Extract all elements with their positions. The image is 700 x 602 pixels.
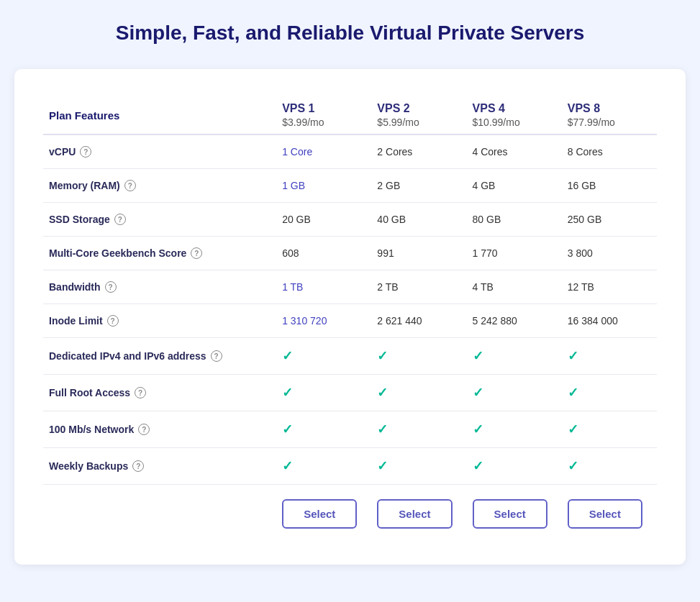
feature-cell: 1 GB <box>276 169 371 203</box>
table-row: 100 Mb/s Network?✓✓✓✓ <box>43 411 657 448</box>
info-icon[interactable]: ? <box>138 424 150 435</box>
feature-cell: ✓ <box>371 338 466 375</box>
check-icon: ✓ <box>377 386 388 400</box>
cell-value: 40 GB <box>377 214 406 225</box>
cell-value: 4 Cores <box>473 146 508 158</box>
page-title: Simple, Fast, and Reliable Virtual Priva… <box>116 14 585 52</box>
table-row: vCPU?1 Core2 Cores4 Cores8 Cores <box>43 134 657 169</box>
check-icon: ✓ <box>473 349 483 363</box>
feature-cell: ✓ <box>562 448 657 485</box>
empty-cell <box>43 485 276 539</box>
check-icon: ✓ <box>282 422 293 437</box>
info-icon[interactable]: ? <box>135 387 146 398</box>
comparison-card: Plan Features VPS 1 $3.99/mo VPS 2 $5.99… <box>14 69 686 565</box>
feature-cell: 80 GB <box>467 203 562 237</box>
feature-cell: ✓ <box>371 448 466 485</box>
table-row: Dedicated IPv4 and IPv6 address?✓✓✓✓ <box>43 338 657 375</box>
feature-cell: 20 GB <box>276 203 371 237</box>
select-button-vps1[interactable]: Select <box>282 499 357 529</box>
plan-price-vps4: $10.99/mo <box>473 117 556 128</box>
feature-cell: ✓ <box>467 338 562 375</box>
cell-value: 991 <box>377 247 394 259</box>
check-icon: ✓ <box>377 459 388 473</box>
cell-value: 1 TB <box>282 281 303 293</box>
feature-cell: 1 Core <box>276 134 371 169</box>
info-icon[interactable]: ? <box>191 247 202 259</box>
plan-name-vps2: VPS 2 <box>377 102 460 115</box>
plan-price-vps8: $77.99/mo <box>568 117 651 128</box>
plan-name-vps4: VPS 4 <box>473 102 556 115</box>
feature-cell: ✓ <box>276 448 371 485</box>
feature-cell: ✓ <box>467 375 562 411</box>
feature-cell: 12 TB <box>562 270 657 304</box>
cell-value: 3 800 <box>568 247 593 259</box>
table-row: Multi-Core Geekbench Score?6089911 7703 … <box>43 237 657 270</box>
info-icon[interactable]: ? <box>211 350 222 362</box>
feature-cell: 5 242 880 <box>467 304 562 338</box>
feature-cell: 2 GB <box>371 169 466 203</box>
feature-cell: 16 384 000 <box>562 304 657 338</box>
select-cell-vps2: Select <box>371 485 466 539</box>
select-cell-vps4: Select <box>467 485 562 539</box>
check-icon: ✓ <box>282 386 293 400</box>
feature-cell: 4 Cores <box>467 134 562 169</box>
cell-value: 2 621 440 <box>377 315 422 327</box>
cell-value: 5 242 880 <box>473 315 517 327</box>
feature-label: SSD Storage? <box>49 214 271 225</box>
info-icon[interactable]: ? <box>124 180 136 191</box>
feature-cell: 2 621 440 <box>371 304 466 338</box>
info-icon[interactable]: ? <box>107 315 119 327</box>
feature-cell: ✓ <box>562 411 657 448</box>
feature-cell: ✓ <box>467 411 562 448</box>
check-icon: ✓ <box>473 459 483 473</box>
feature-cell: 16 GB <box>562 169 657 203</box>
info-icon[interactable]: ? <box>114 214 126 225</box>
feature-cell: 2 TB <box>371 270 466 304</box>
plan-header-vps1: VPS 1 $3.99/mo <box>276 92 371 134</box>
info-icon[interactable]: ? <box>105 281 117 293</box>
feature-cell: 608 <box>276 237 371 270</box>
info-icon[interactable]: ? <box>80 146 91 158</box>
feature-label: 100 Mb/s Network? <box>49 424 271 435</box>
check-icon: ✓ <box>377 422 388 437</box>
plan-header-vps4: VPS 4 $10.99/mo <box>467 92 562 134</box>
check-icon: ✓ <box>568 386 578 400</box>
table-row: SSD Storage?20 GB40 GB80 GB250 GB <box>43 203 657 237</box>
feature-cell: 250 GB <box>562 203 657 237</box>
feature-cell: 2 Cores <box>371 134 466 169</box>
feature-label: Bandwidth? <box>49 281 271 293</box>
info-icon[interactable]: ? <box>132 460 144 472</box>
check-icon: ✓ <box>568 422 578 437</box>
feature-cell: 1 TB <box>276 270 371 304</box>
feature-cell: ✓ <box>562 375 657 411</box>
check-icon: ✓ <box>568 349 578 363</box>
feature-cell: ✓ <box>371 411 466 448</box>
feature-label: Full Root Access? <box>49 387 271 398</box>
cell-value: 80 GB <box>473 214 501 225</box>
feature-cell: ✓ <box>371 375 466 411</box>
plan-header-vps2: VPS 2 $5.99/mo <box>371 92 466 134</box>
feature-cell: 991 <box>371 237 466 270</box>
feature-cell: 4 GB <box>467 169 562 203</box>
select-button-vps4[interactable]: Select <box>473 499 547 529</box>
feature-column-header: Plan Features <box>43 92 276 134</box>
cell-value: 2 GB <box>377 180 400 191</box>
feature-label: Memory (RAM)? <box>49 180 271 191</box>
cell-value: 4 TB <box>473 281 494 293</box>
select-button-vps8[interactable]: Select <box>568 499 642 529</box>
cell-value: 16 384 000 <box>568 315 618 327</box>
cell-value: 608 <box>282 247 299 259</box>
cell-value: 250 GB <box>568 214 601 225</box>
check-icon: ✓ <box>282 459 293 473</box>
plan-price-vps2: $5.99/mo <box>377 117 460 128</box>
cell-value: 2 TB <box>377 281 398 293</box>
cell-value: 8 Cores <box>568 146 603 158</box>
select-cell-vps1: Select <box>276 485 371 539</box>
cell-value: 2 Cores <box>377 146 412 158</box>
check-icon: ✓ <box>473 386 483 400</box>
check-icon: ✓ <box>568 459 578 473</box>
select-button-vps2[interactable]: Select <box>377 499 452 529</box>
table-row: Memory (RAM)?1 GB2 GB4 GB16 GB <box>43 169 657 203</box>
plan-price-vps1: $3.99/mo <box>282 117 365 128</box>
cell-value: 1 310 720 <box>282 315 327 327</box>
